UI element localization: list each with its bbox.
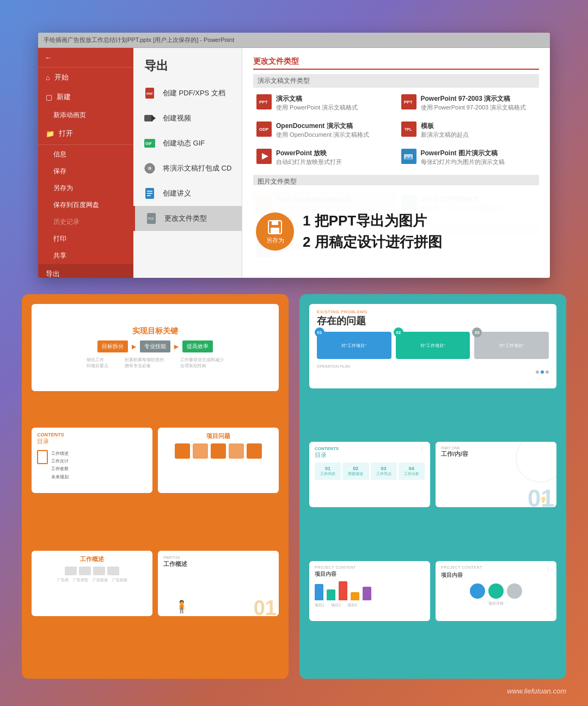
slide-title-text: 实现目标关键 bbox=[132, 326, 178, 336]
subtitle-2: 积累积累每项职责的拥有专业必备 bbox=[125, 357, 164, 369]
ppt97-icon: PPT bbox=[401, 94, 416, 109]
center-item-cd[interactable]: 将演示文稿打包成 CD bbox=[133, 156, 242, 181]
slide-part[interactable]: PART.01 工作概述 01 🧍 bbox=[158, 551, 279, 616]
filetype-text-show: PowerPoint 放映 自动幻灯片放映形式打开 bbox=[276, 149, 342, 166]
light-bulb-icon bbox=[540, 495, 547, 502]
sidebar-item-animate[interactable]: 新添动画页 bbox=[38, 107, 133, 124]
center-item-video[interactable]: 创建视频 bbox=[133, 106, 242, 131]
part-label: PART.01 bbox=[163, 555, 273, 560]
sidebar-item-saveas[interactable]: 另存为 bbox=[38, 180, 133, 197]
contents-item-3: 工作收察 bbox=[51, 465, 69, 473]
slide-project-content-2[interactable]: PROJECT CONTENT ⋮ 项目内容 项目详情 bbox=[436, 561, 556, 621]
sidebar-item-print[interactable]: 打印 bbox=[38, 230, 133, 247]
r-contents-menu-icon: ⋮ bbox=[419, 446, 425, 452]
watermark: www.liefutuan.com bbox=[507, 687, 566, 695]
filetype-item-odp[interactable]: ODP OpenDocument 演示文稿 使用 OpenDocument 演示… bbox=[253, 118, 395, 142]
sidebar-saveas-label: 另存为 bbox=[53, 184, 73, 192]
svg-rect-34 bbox=[272, 221, 278, 225]
svg-text:FILE: FILE bbox=[148, 217, 154, 220]
sidebar-item-new[interactable]: ▢ 新建 bbox=[38, 87, 133, 107]
existing-problems-label: EXISTING PROBLEMS bbox=[317, 309, 549, 314]
content-main-header: 更改文件类型 bbox=[253, 57, 539, 70]
sidebar-item-open[interactable]: 📁 打开 bbox=[38, 124, 133, 143]
existing-problems-title: 存在的问题 bbox=[317, 314, 549, 327]
slide-contents-right[interactable]: CONTENTS 目录 ⋮ 01 工作内容 02 撰要辅述 03 bbox=[309, 442, 430, 507]
problem-box-3: 03 对"工作项目" bbox=[474, 332, 549, 359]
filetype-item-ppt[interactable]: PPT 演示文稿 使用 PowerPoint 演示文稿格式 bbox=[253, 91, 395, 115]
sidebar-item-home[interactable]: ⌂ 开始 bbox=[38, 68, 133, 87]
sidebar-item-save[interactable]: 保存 bbox=[38, 163, 133, 180]
center-item-filetype[interactable]: FILE 更改文件类型 bbox=[133, 206, 242, 231]
r-box-label-1: 工作内容 bbox=[316, 471, 340, 477]
bl-3: 项目3 bbox=[347, 602, 357, 608]
gallery-section: 实现目标关键 目标拆分 ► 专业技能 ► 提高效率 细化工作到项目重点 积累积累… bbox=[22, 294, 566, 679]
proj-icon-1 bbox=[175, 443, 190, 459]
proj-icon-2 bbox=[193, 443, 208, 459]
slide-contents-left[interactable]: CONTENTS 目录 工作绩述 工作次计 工作收察 未来规划 bbox=[32, 428, 152, 493]
filetype-item-picppt[interactable]: PowerPoint 图片演示文稿 每张幻灯片均为图片的演示文稿 bbox=[398, 145, 540, 169]
svg-point-7 bbox=[148, 167, 151, 170]
sidebar-home-label: 开始 bbox=[54, 72, 69, 82]
r-project2-header-row: PROJECT CONTENT ⋮ bbox=[441, 565, 551, 571]
r-middle-row: CONTENTS 目录 ⋮ 01 工作内容 02 撰要辅述 03 bbox=[309, 442, 556, 507]
sidebar-item-share[interactable]: 共享 bbox=[38, 247, 133, 264]
annotation-step1: 1 把PPT导出为图片 bbox=[303, 210, 442, 232]
sidebar-save-label: 保存 bbox=[53, 167, 66, 175]
slide-work-brief[interactable]: 工作概述 广告类 广告类型 广告投放 广告投效 bbox=[32, 551, 152, 616]
arrow-item-2: 专业技能 bbox=[140, 340, 170, 352]
new-icon: ▢ bbox=[46, 93, 52, 101]
slide-row-bottom: 工作概述 广告类 广告类型 广告投放 广告投效 bbox=[32, 551, 279, 616]
sidebar-back-button[interactable]: ← bbox=[38, 48, 133, 68]
slide-main-title-inner: 实现目标关键 目标拆分 ► 专业技能 ► 提高效率 细化工作到项目重点 积累积累… bbox=[32, 304, 279, 391]
slide-existing-problems[interactable]: EXISTING PROBLEMS 存在的问题 01 对"工作项目" 02 对"… bbox=[309, 304, 556, 388]
bar-2 bbox=[327, 589, 335, 600]
r-project-title-2: 项目内容 bbox=[441, 571, 551, 579]
sidebar-print-label: 打印 bbox=[53, 235, 66, 242]
center-item-pdf[interactable]: PDF 创建 PDF/XPS 文档 bbox=[133, 81, 242, 106]
problem-box-1: 01 对"工作项目" bbox=[317, 332, 391, 359]
contents-body: 工作绩述 工作次计 工作收察 未来规划 bbox=[37, 450, 147, 482]
filetype-item-show[interactable]: PowerPoint 放映 自动幻灯片放映形式打开 bbox=[253, 145, 395, 169]
gallery-left: 实现目标关键 目标拆分 ► 专业技能 ► 提高效率 细化工作到项目重点 积累积累… bbox=[22, 294, 289, 679]
cd-icon bbox=[142, 162, 157, 174]
r-bar-labels: 项目1 项目2 项目3 bbox=[315, 602, 425, 608]
figure-icon: 🧍 bbox=[174, 600, 189, 614]
circle-3 bbox=[507, 583, 522, 599]
project-title: 项目问题 bbox=[163, 432, 273, 440]
ppt-icon: PPT bbox=[256, 94, 272, 109]
contents-cn-label: 目录 bbox=[37, 437, 147, 446]
title-bar-text: 手绘插画广告投放工作总结计划PPT.pptx [用户上次保存的] - Power… bbox=[44, 36, 234, 44]
slide-main-title[interactable]: 实现目标关键 目标拆分 ► 专业技能 ► 提高效率 细化工作到项目重点 积累积累… bbox=[32, 304, 279, 391]
filetype-text-odp: OpenDocument 演示文稿 使用 OpenDocument 演示文稿格式 bbox=[276, 121, 369, 139]
sidebar-item-history[interactable]: 历史记录 bbox=[38, 214, 133, 230]
filetype-text-ppt97: PowerPoint 97-2003 演示文稿 使用 PowerPoint 97… bbox=[421, 94, 526, 112]
sidebar-cloud-label: 保存到百度网盘 bbox=[53, 201, 99, 209]
center-item-notes[interactable]: 创建讲义 bbox=[133, 181, 242, 206]
svg-text:PDF: PDF bbox=[146, 92, 153, 95]
slide-project-content-1[interactable]: PROJECT CONTENT 项目内容 项目1 项目2 项目3 bbox=[309, 561, 430, 621]
filetype-item-ppt97[interactable]: PPT PowerPoint 97-2003 演示文稿 使用 PowerPoin… bbox=[398, 91, 540, 115]
sidebar-item-export[interactable]: 导出 bbox=[38, 264, 133, 278]
r-project-header-2: PROJECT CONTENT bbox=[441, 565, 482, 570]
saveas-label: 另存为 bbox=[266, 236, 284, 245]
r-contents-box-4: 04 工作分析 bbox=[399, 462, 425, 480]
filetype-item-template[interactable]: TPL 模板 新演示文稿的起点 bbox=[398, 118, 540, 142]
sidebar-item-cloud[interactable]: 保存到百度网盘 bbox=[38, 197, 133, 214]
show-icon bbox=[256, 149, 272, 164]
center-title: 导出 bbox=[133, 48, 242, 81]
bl-2: 项目2 bbox=[331, 602, 341, 608]
sidebar-item-info[interactable]: 信息 bbox=[38, 146, 133, 163]
arrow-item-1: 目标拆分 bbox=[97, 340, 128, 352]
odp-icon: ODP bbox=[256, 121, 272, 137]
center-item-gif[interactable]: GIF 创建动态 GIF bbox=[133, 131, 242, 156]
arrow-connector-1: ► bbox=[130, 342, 138, 351]
r-contents-labels: CONTENTS 目录 bbox=[315, 446, 339, 459]
center-pdf-label: 创建 PDF/XPS 文档 bbox=[163, 88, 225, 98]
proj-icon-5 bbox=[247, 443, 262, 459]
wb-item-2 bbox=[79, 567, 91, 575]
slide-part-one[interactable]: PART ONE 工作/内/容 01 bbox=[436, 442, 556, 507]
part-number: 01 bbox=[254, 598, 277, 616]
r-box-num-4: 04 bbox=[400, 466, 424, 471]
contents-item-2: 工作次计 bbox=[51, 458, 69, 465]
slide-project-issue[interactable]: 项目问题 bbox=[158, 428, 279, 493]
